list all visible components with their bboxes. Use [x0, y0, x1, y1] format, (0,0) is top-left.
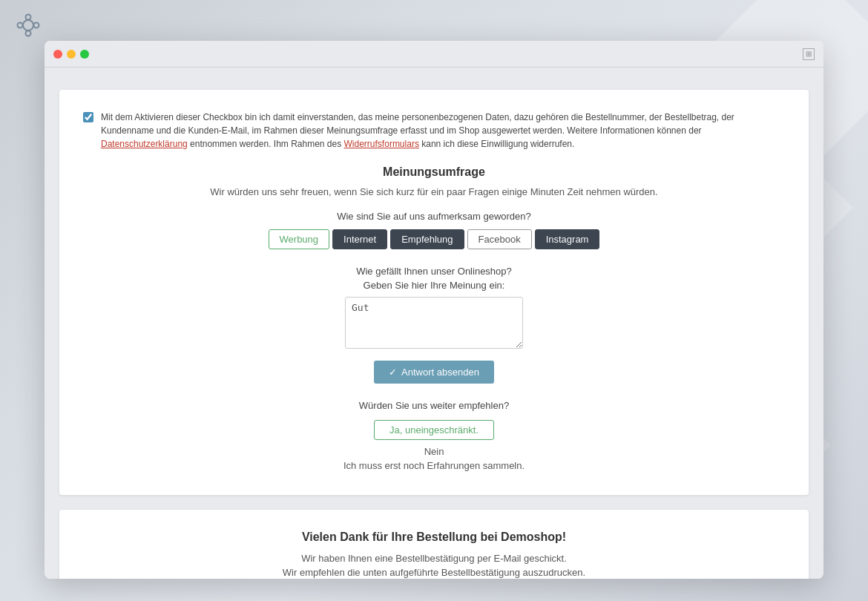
submit-btn-wrap: ✓ Antwort absenden — [83, 361, 785, 384]
minimize-dot[interactable] — [67, 50, 76, 59]
opinion-label: Geben Sie hier Ihre Meinung ein: — [83, 280, 785, 291]
source-btn-facebook[interactable]: Facebook — [467, 229, 532, 249]
recommend-question-label: Würden Sie uns weiter empfehlen? — [83, 400, 785, 411]
app-logo-icon — [15, 12, 42, 39]
svg-point-2 — [26, 31, 31, 36]
onlineshop-question-label: Wie gefällt Ihnen unser Onlineshop? — [83, 266, 785, 277]
survey-subtitle: Wir würden uns sehr freuen, wenn Sie sic… — [83, 186, 785, 197]
survey-title: Meinungsumfrage — [83, 165, 785, 179]
source-btn-empfehlung[interactable]: Empfehlung — [390, 229, 464, 249]
browser-window-controls — [53, 50, 89, 59]
browser-content: Mit dem Aktivieren dieser Checkbox bin i… — [45, 68, 823, 579]
svg-point-0 — [23, 20, 33, 30]
thankyou-line1: Wir haben Ihnen eine Bestellbestätigung … — [83, 553, 785, 564]
opinion-textarea[interactable]: Gut — [345, 297, 523, 349]
consent-text: Mit dem Aktivieren dieser Checkbox bin i… — [101, 111, 785, 151]
svg-point-1 — [26, 15, 31, 20]
thankyou-card: Vielen Dank für Ihre Bestellung bei Demo… — [59, 510, 809, 579]
thankyou-line2: Wir empfehlen die unten aufgeführte Best… — [83, 567, 785, 578]
thankyou-title: Vielen Dank für Ihre Bestellung bei Demo… — [83, 531, 785, 544]
browser-titlebar: ⊞ — [45, 41, 823, 68]
svg-point-3 — [18, 23, 23, 28]
submit-button[interactable]: ✓ Antwort absenden — [374, 361, 494, 384]
source-btn-instagram[interactable]: Instagram — [535, 229, 600, 249]
top-bar — [15, 12, 42, 42]
datenschutz-link[interactable]: Datenschutzerklärung — [101, 139, 188, 149]
source-buttons-group: Werbung Internet Empfehlung Facebook Ins… — [83, 229, 785, 249]
svg-point-4 — [34, 23, 39, 28]
fullscreen-dot[interactable] — [80, 50, 89, 59]
survey-card: Mit dem Aktivieren dieser Checkbox bin i… — [59, 90, 809, 495]
opinion-textarea-wrap: Gut — [83, 297, 785, 349]
recommend-option-nein[interactable]: Nein — [83, 446, 785, 457]
widerruf-link[interactable]: Widerrufsformulars — [344, 139, 419, 149]
checkmark-icon: ✓ — [389, 367, 397, 378]
expand-icon[interactable]: ⊞ — [803, 48, 815, 60]
source-question-label: Wie sind Sie auf uns aufmerksam geworden… — [83, 211, 785, 222]
close-dot[interactable] — [53, 50, 62, 59]
consent-checkbox[interactable] — [83, 112, 93, 122]
browser-window: ⊞ Mit dem Aktivieren dieser Checkbox bin… — [45, 41, 823, 579]
consent-row: Mit dem Aktivieren dieser Checkbox bin i… — [83, 111, 785, 151]
source-btn-werbung[interactable]: Werbung — [269, 229, 330, 249]
recommend-options-group: Ja, uneingeschränkt. — [83, 420, 785, 440]
recommend-btn-yes[interactable]: Ja, uneingeschränkt. — [374, 420, 494, 440]
source-btn-internet[interactable]: Internet — [332, 229, 387, 249]
recommend-option-erfahrungen[interactable]: Ich muss erst noch Erfahrungen sammeln. — [83, 460, 785, 471]
